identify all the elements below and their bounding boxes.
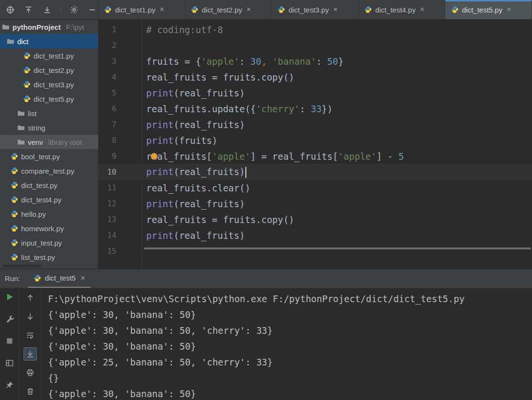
tab-dict_test4.py[interactable]: dict_test4.py× — [359, 0, 445, 19]
tree-item-dict_test-py[interactable]: dict_test.py — [0, 178, 98, 192]
close-icon[interactable]: × — [246, 5, 251, 14]
expand-all-icon[interactable] — [42, 4, 53, 15]
project-hscrollbar[interactable] — [3, 265, 41, 267]
line-number[interactable]: 13 — [98, 215, 141, 224]
tree-item-label: list — [28, 109, 36, 118]
line-number[interactable]: 6 — [98, 104, 141, 113]
tab-label: dict_test4.py — [375, 6, 416, 14]
tree-item-input_test-py[interactable]: input_test.py — [0, 235, 98, 250]
tree-item-label: input_test.py — [21, 239, 62, 247]
tab-label: dict_test1.py — [115, 6, 155, 14]
tab-dict_test2.py[interactable]: dict_test2.py× — [185, 0, 272, 19]
close-icon[interactable]: × — [420, 5, 424, 14]
editor-line-14[interactable]: 14print(real_fruits) — [98, 227, 532, 243]
editor-line-7[interactable]: 7print(real_fruits) — [98, 117, 532, 132]
line-number[interactable]: 10 — [98, 167, 141, 176]
scroll-to-end-icon[interactable] — [23, 347, 37, 361]
tree-item-dict_test5-py[interactable]: dict_test5.py — [0, 92, 98, 106]
editor-line-11[interactable]: 11real_fruits.clear() — [98, 180, 532, 196]
gear-icon[interactable] — [69, 4, 80, 15]
clear-all-icon[interactable] — [23, 385, 37, 398]
tree-item-list[interactable]: list — [0, 106, 98, 120]
close-icon[interactable]: × — [507, 5, 511, 14]
line-number[interactable]: 5 — [98, 88, 141, 97]
line-number[interactable]: 2 — [98, 41, 141, 50]
down-stack-trace-icon[interactable] — [23, 310, 37, 323]
tree-item-label: hello.py — [21, 210, 46, 218]
editor-line-4[interactable]: 4real_fruits = fruits.copy() — [98, 69, 532, 85]
tree-item-list_test-py[interactable]: list_test.py — [0, 250, 98, 264]
python-icon — [364, 6, 372, 13]
tree-item-dict_test3-py[interactable]: dict_test3.py — [0, 77, 98, 92]
editor-line-9[interactable]: 9real_fruits['apple'] = real_fruits['app… — [98, 148, 532, 164]
console-line: {'apple': 30, 'banana': 50, 'cherry': 33… — [48, 322, 532, 338]
code-text: real_fruits = fruits.copy() — [141, 214, 294, 225]
build-icon[interactable] — [3, 312, 16, 326]
line-number[interactable]: 14 — [98, 231, 141, 240]
tree-item-venv[interactable]: venvlibrary root — [0, 135, 98, 149]
tab-dict_test1.py[interactable]: dict_test1.py× — [98, 0, 185, 19]
editor-line-15[interactable]: 15 — [98, 243, 532, 259]
crosshair-icon[interactable] — [5, 4, 16, 15]
up-stack-trace-icon[interactable] — [23, 291, 37, 305]
close-icon[interactable]: × — [81, 274, 85, 282]
editor-line-1[interactable]: 1# coding:utf-8 — [98, 22, 532, 37]
close-icon[interactable]: × — [333, 5, 337, 14]
python-icon — [451, 6, 459, 13]
tree-item-homework-py[interactable]: homework.py — [0, 221, 98, 235]
line-number[interactable]: 8 — [98, 136, 141, 145]
editor-line-2[interactable]: 2 — [98, 37, 532, 53]
folder-icon — [7, 37, 14, 45]
editor-line-3[interactable]: 3fruits = {'apple': 30, 'banana': 50} — [98, 53, 532, 69]
line-number[interactable]: 11 — [98, 183, 141, 192]
console-line: {'apple': 30, 'banana': 50} — [48, 338, 532, 354]
code-text: fruits = {'apple': 30, 'banana': 50} — [141, 56, 344, 67]
restore-layout-icon[interactable] — [3, 356, 16, 370]
print-icon[interactable] — [23, 366, 37, 379]
tree-item-dict[interactable]: dict — [0, 34, 98, 48]
editor-line-5[interactable]: 5print(real_fruits) — [98, 85, 532, 101]
run-tab[interactable]: dict_test5 × — [28, 269, 91, 288]
console-output[interactable]: F:\pythonProject\venv\Scripts\python.exe… — [41, 288, 532, 400]
tree-item-string[interactable]: string — [0, 120, 98, 135]
tree-item-label: dict_test2.py — [34, 66, 74, 74]
line-number[interactable]: 12 — [98, 199, 141, 208]
pin-icon[interactable] — [3, 378, 16, 392]
code-text: print(real_fruits) — [141, 199, 245, 209]
editor-line-10[interactable]: 10print(real_fruits) — [98, 164, 532, 180]
line-number[interactable]: 1 — [98, 25, 141, 34]
tree-item-dict_test1-py[interactable]: dict_test1.py — [0, 48, 98, 63]
editor-line-6[interactable]: 6real_fruits.update({'cherry': 33}) — [98, 101, 532, 117]
editor-line-13[interactable]: 13real_fruits = fruits.copy() — [98, 212, 532, 227]
line-number[interactable]: 3 — [98, 57, 141, 66]
soft-wrap-icon[interactable] — [23, 329, 37, 342]
editor-line-12[interactable]: 12print(real_fruits) — [98, 196, 532, 212]
editor[interactable]: 1# coding:utf-823fruits = {'apple': 30, … — [98, 20, 532, 269]
tree-item-hello-py[interactable]: hello.py — [0, 207, 98, 221]
line-number[interactable]: 9 — [98, 152, 141, 161]
tree-item-pythonProject[interactable]: pythonProjectF:\pyt — [0, 20, 98, 34]
run-body: F:\pythonProject\venv\Scripts\python.exe… — [0, 288, 532, 400]
tree-item-bool_test-py[interactable]: bool_test.py — [0, 149, 98, 164]
tree-item-label: compare_test.py — [21, 167, 74, 175]
tree-item-dict_test4-py[interactable]: dict_test4.py — [0, 192, 98, 207]
collapse-all-icon[interactable] — [23, 4, 35, 15]
rerun-icon[interactable] — [3, 290, 16, 304]
line-number[interactable]: 15 — [98, 247, 141, 256]
minimize-icon[interactable] — [87, 4, 98, 15]
editor-line-8[interactable]: 8print(fruits) — [98, 132, 532, 148]
folder-icon — [17, 138, 25, 146]
tab-dict_test5.py[interactable]: dict_test5.py× — [445, 0, 532, 19]
stop-icon[interactable] — [3, 334, 16, 348]
line-number[interactable]: 4 — [98, 72, 141, 82]
tree-item-dict_test2-py[interactable]: dict_test2.py — [0, 63, 98, 77]
tree-item-compare_test-py[interactable]: compare_test.py — [0, 164, 98, 178]
intention-bulb-icon[interactable] — [150, 153, 158, 160]
tab-dict_test3.py[interactable]: dict_test3.py× — [272, 0, 359, 19]
line-number[interactable]: 7 — [98, 120, 141, 129]
top-toolbar: dict_test1.py×dict_test2.py×dict_test3.p… — [0, 0, 532, 20]
python-icon — [11, 167, 18, 175]
project-panel: pythonProjectF:\pytdictdict_test1.pydict… — [0, 20, 98, 269]
close-icon[interactable]: × — [160, 5, 164, 14]
editor-hscrollbar[interactable] — [144, 247, 531, 249]
